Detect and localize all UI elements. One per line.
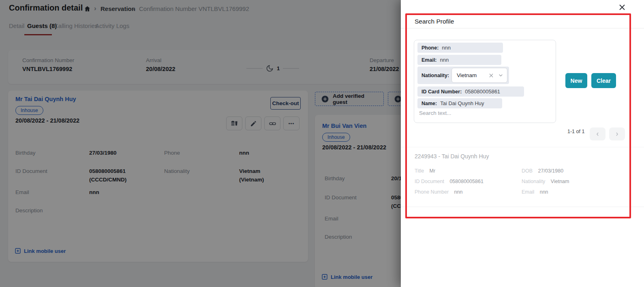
clear-button[interactable]: Clear	[591, 73, 616, 88]
filter-chip-email[interactable]: Email: nnn	[417, 55, 501, 65]
nationality-select[interactable]: Vietnam	[451, 68, 507, 83]
filter-label: Email:	[421, 57, 437, 63]
result-value: Mr	[430, 168, 436, 174]
filter-value: Tai Dai Quynh Huy	[440, 100, 484, 106]
search-result-item[interactable]: 2249943 - Tai Dai Quynh Huy Title Mr DOB…	[401, 147, 644, 207]
selected-nationality: Vietnam	[457, 72, 488, 78]
new-button[interactable]: New	[565, 73, 587, 88]
chevron-left-icon	[595, 131, 601, 137]
filter-chip-nationality: Nationality: Vietnam	[417, 67, 509, 84]
result-value: nnn	[454, 189, 463, 195]
result-label: DOB	[522, 168, 533, 174]
filter-box: Phone: nnn Email: nnn Nationality: Vietn…	[414, 40, 556, 123]
search-profile-drawer: Search Profile Phone: nnn Email: nnn Nat…	[401, 0, 644, 287]
result-label: Phone Number	[415, 189, 449, 195]
chevron-right-icon	[614, 131, 620, 137]
result-row: ID Document 058080005861	[415, 177, 484, 185]
filter-value: nnn	[442, 45, 451, 51]
chevron-down-icon[interactable]	[498, 72, 504, 78]
filter-label: ID Card Number:	[421, 89, 462, 95]
result-row: Nationality Vietnam	[522, 177, 569, 185]
next-page-button[interactable]	[609, 127, 625, 140]
divider	[401, 28, 644, 28]
result-row: DOB 27/03/1980	[522, 167, 563, 174]
search-input[interactable]	[419, 110, 551, 116]
filter-label: Nationality:	[421, 73, 449, 78]
result-value: 27/03/1980	[538, 168, 564, 174]
result-heading: 2249943 - Tai Dai Quynh Huy	[415, 153, 489, 160]
result-label: Nationality	[522, 179, 545, 184]
close-icon[interactable]	[617, 2, 627, 13]
result-row: Email nnn	[522, 188, 548, 195]
modal-overlay	[0, 0, 401, 287]
filter-label: Name:	[421, 101, 437, 106]
result-value: 058080005861	[449, 179, 483, 184]
clear-selection-icon[interactable]	[488, 73, 494, 78]
filter-value: nnn	[440, 57, 449, 63]
result-value: nnn	[540, 189, 548, 195]
result-label: Email	[522, 189, 534, 195]
drawer-title: Search Profile	[415, 18, 454, 25]
filter-label: Phone:	[421, 45, 439, 51]
result-label: Title	[415, 168, 424, 174]
filter-chip-name[interactable]: Name: Tai Dai Quynh Huy	[417, 98, 502, 108]
screen: Confirmation detail › Reservation › Conf…	[0, 0, 644, 287]
filter-value: 058080005861	[465, 88, 500, 95]
pagination-status: 1-1 of 1	[567, 129, 584, 134]
result-row: Phone Number nnn	[415, 188, 462, 195]
previous-page-button[interactable]	[590, 127, 605, 140]
result-label: ID Document	[415, 179, 444, 184]
filter-chip-phone[interactable]: Phone: nnn	[417, 43, 503, 53]
result-row: Title Mr	[415, 167, 435, 174]
filter-chip-id-card[interactable]: ID Card Number: 058080005861	[417, 86, 524, 97]
result-value: Vietnam	[551, 179, 569, 184]
